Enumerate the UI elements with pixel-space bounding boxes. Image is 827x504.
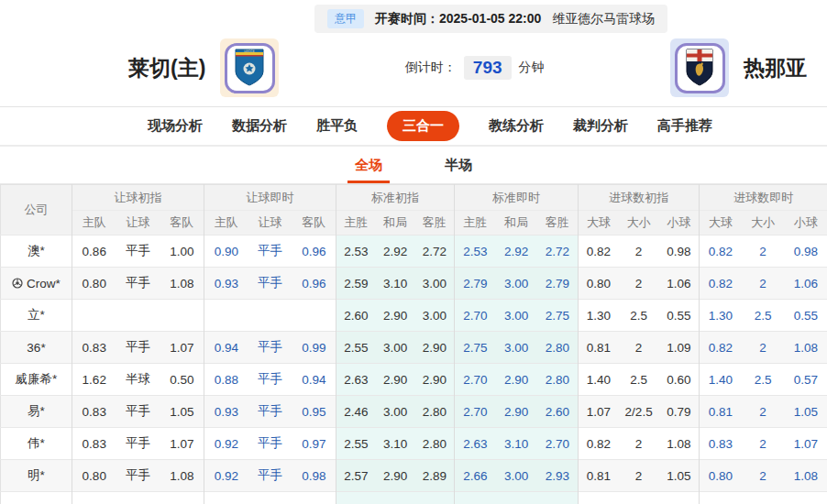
odds-cell: 2.92 (376, 236, 415, 268)
odds-cell: 0.99 (292, 332, 336, 364)
odds-cell: 2 (742, 236, 785, 268)
column-header: 客队 (160, 211, 204, 236)
nav-tabs: 现场分析数据分析胜平负三合一教练分析裁判分析高手推荐 (0, 106, 827, 147)
odds-cell (116, 300, 160, 332)
odds-cell: 平手 (116, 332, 160, 364)
odds-cell: 平手 (116, 428, 160, 460)
home-team-name: 莱切(主) (128, 54, 205, 82)
subtab-2[interactable]: 半场 (437, 147, 480, 183)
odds-cell: 2/2.5 (619, 396, 659, 428)
odds-cell: 0.83 (72, 428, 116, 460)
odds-cell: 2.90 (415, 332, 455, 364)
column-header: 小球 (785, 211, 827, 236)
odds-cell: 0.80 (700, 460, 742, 492)
odds-cell: 3.00 (496, 460, 537, 492)
odds-cell: 0.50 (160, 364, 204, 396)
odds-cell: 2.75 (537, 300, 579, 332)
odds-row: Crow*0.80平手1.080.93平手0.962.593.103.002.7… (1, 268, 827, 300)
kickoff-label: 开赛时间： (375, 11, 439, 26)
odds-cell: 0.79 (659, 396, 700, 428)
odds-cell (496, 492, 537, 504)
odds-cell: 0.80 (72, 268, 116, 300)
company-cell: 威廉希* (1, 364, 72, 396)
odds-cell (204, 300, 248, 332)
odds-cell: 0.81 (700, 396, 742, 428)
company-name: 立* (28, 308, 45, 322)
odds-cell: 2.70 (455, 364, 496, 396)
odds-cell: 1.06 (659, 268, 700, 300)
subtab-1[interactable]: 全场 (347, 147, 390, 183)
teams-row: 莱切(主) LECCE 倒计时： 793 分钟 (0, 35, 827, 106)
nav-tab-6[interactable]: 裁判分析 (573, 117, 628, 135)
odds-cell: 2.70 (455, 396, 496, 428)
odds-cell: 1.07 (785, 428, 827, 460)
odds-cell: 2.79 (455, 268, 496, 300)
odds-cell: 平手 (248, 268, 292, 300)
odds-cell (72, 492, 116, 504)
odds-cell: 2.46 (336, 396, 376, 428)
odds-cell: 2.57 (336, 460, 376, 492)
odds-cell: 0.83 (72, 396, 116, 428)
period-subtabs: 全场半场 (0, 147, 827, 184)
odds-cell (376, 492, 415, 504)
odds-cell: 0.80 (72, 460, 116, 492)
odds-cell: 平手 (116, 268, 160, 300)
league-badge[interactable]: 意甲 (327, 9, 364, 28)
odds-cell: 1.62 (72, 364, 116, 396)
odds-cell: 1.30 (579, 300, 619, 332)
odds-cell: 平手 (248, 460, 292, 492)
odds-cell: 2.80 (415, 396, 455, 428)
company-name: Crow* (27, 277, 61, 290)
odds-cell: 平手 (248, 332, 292, 364)
company-cell: 易* (1, 396, 72, 428)
company-name: 澳* (28, 244, 45, 257)
odds-cell: 0.94 (204, 332, 248, 364)
company-column-header: 公司 (1, 185, 72, 236)
odds-cell: 2.89 (415, 460, 455, 492)
odds-cell: 2.59 (336, 268, 376, 300)
away-team-name: 热那亚 (744, 54, 807, 82)
odds-cell: 2.75 (455, 332, 496, 364)
nav-tab-7[interactable]: 高手推荐 (657, 117, 712, 135)
odds-cell (72, 300, 116, 332)
odds-row: 易*0.83平手1.050.93平手0.952.463.002.802.702.… (1, 396, 827, 428)
odds-cell: 0.95 (292, 396, 336, 428)
away-team: 热那亚 (670, 38, 807, 97)
odds-cell: 0.55 (659, 300, 700, 332)
odds-cell: 0.82 (579, 428, 619, 460)
nav-tab-5[interactable]: 教练分析 (489, 117, 544, 135)
table-header-cols-row: 主队让球客队主队让球客队主胜和局客胜主胜和局客胜大球大小小球大球大小小球 (1, 211, 827, 236)
column-group-3: 标准初指 (336, 185, 455, 211)
odds-cell: 2.55 (336, 428, 376, 460)
nav-tab-3[interactable]: 胜平负 (316, 117, 358, 135)
odds-cell: 1.07 (579, 396, 619, 428)
odds-cell (785, 492, 827, 504)
column-header: 主队 (72, 211, 116, 236)
odds-cell: 平手 (248, 364, 292, 396)
odds-cell: 0.98 (785, 236, 827, 268)
odds-cell: 2.63 (455, 428, 496, 460)
odds-cell: 0.96 (292, 268, 336, 300)
odds-cell: 2.5 (742, 300, 785, 332)
column-group-4: 标准即时 (455, 185, 579, 211)
table-header-groups-row: 公司 让球初指让球即时标准初指标准即时进球数初指进球数即时 (1, 185, 827, 211)
odds-cell: 2.72 (537, 236, 579, 268)
odds-cell: 0.98 (292, 460, 336, 492)
odds-cell: 1.08 (785, 332, 827, 364)
odds-cell: 2.79 (537, 268, 579, 300)
company-cell: 明* (1, 460, 72, 492)
nav-tab-4[interactable]: 三合一 (387, 111, 459, 141)
odds-cell: 0.98 (659, 236, 700, 268)
odds-cell: 平手 (116, 236, 160, 268)
odds-row: 威廉希*1.62半球0.500.88平手0.942.632.902.902.70… (1, 364, 827, 396)
odds-cell: 3.10 (496, 428, 537, 460)
nav-tab-2[interactable]: 数据分析 (232, 117, 287, 135)
odds-cell: 1.08 (659, 428, 700, 460)
column-header: 大小 (742, 211, 785, 236)
odds-cell: 2 (619, 268, 659, 300)
odds-cell: 1.09 (659, 332, 700, 364)
countdown-label: 倒计时： (405, 60, 457, 76)
odds-cell: 0.88 (204, 364, 248, 396)
nav-tab-1[interactable]: 现场分析 (148, 117, 203, 135)
odds-cell: 2.80 (537, 364, 579, 396)
